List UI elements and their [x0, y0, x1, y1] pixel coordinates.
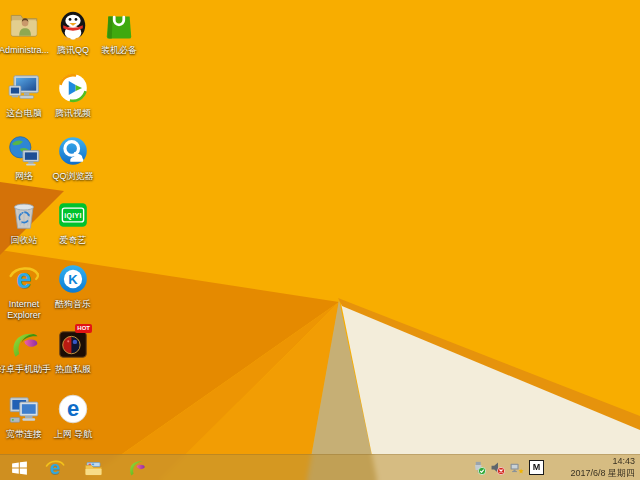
taskbar-clock[interactable]: 14:43 2017/6/8 星期四: [555, 456, 635, 479]
taskbar-file-explorer[interactable]: [80, 456, 106, 480]
desktop[interactable]: Administra... 腾讯QQ 装机必备: [0, 0, 640, 480]
taskbar-internet-explorer[interactable]: e: [42, 456, 68, 480]
folder-icon: [83, 458, 104, 478]
green-swirl-icon: [126, 457, 147, 478]
ie-swoosh-icon: [44, 457, 66, 479]
input-method-indicator[interactable]: M: [529, 460, 544, 475]
icon-label: 腾讯视频: [43, 108, 103, 119]
hot-badge: HOT: [75, 324, 92, 333]
icon-label: 酷狗音乐: [43, 299, 103, 310]
icon-label: 热血私服: [43, 364, 103, 375]
qq-penguin-icon: [56, 8, 90, 42]
desktop-icon-tencent-video[interactable]: 腾讯视频: [43, 71, 103, 119]
broadband-connection-icon: [7, 392, 41, 426]
windows-logo-icon: [10, 459, 29, 477]
green-swirl-icon: [7, 327, 41, 361]
desktop-icon-rexue-sifu[interactable]: HOT 热血私服: [43, 327, 103, 375]
navigation-e-icon: [56, 392, 90, 426]
usb-safely-remove-icon[interactable]: [472, 461, 486, 475]
clock-date: 2017/6/8 星期四: [555, 468, 635, 480]
desktop-icon-iqiyi[interactable]: iQIYI 爱奇艺: [43, 198, 103, 246]
iqiyi-icon: [56, 198, 90, 232]
play-button-icon: [56, 71, 90, 105]
start-button[interactable]: [6, 456, 32, 480]
network-status-icon[interactable]: [510, 461, 524, 475]
ie-swoosh-icon: [7, 262, 41, 296]
desktop-icon-shangwang-daohang[interactable]: e 上网 导航: [43, 392, 103, 440]
icon-label: 装机必备: [89, 45, 149, 56]
desktop-icon-zhuangji-bibei[interactable]: 装机必备: [89, 8, 149, 56]
icon-label: 爱奇艺: [43, 235, 103, 246]
icon-label: QQ浏览器: [43, 171, 103, 182]
taskbar-haozhuo-assistant[interactable]: [123, 456, 149, 480]
system-tray: M 14:43 2017/6/8 星期四: [472, 456, 640, 479]
kugou-icon: [56, 262, 90, 296]
desktop-icon-qq-browser[interactable]: QQ浏览器: [43, 134, 103, 182]
taskbar: e: [0, 454, 640, 480]
user-folder-icon: [7, 8, 41, 42]
volume-muted-icon[interactable]: [491, 461, 505, 475]
qq-browser-icon: [56, 134, 90, 168]
computer-icon: [7, 71, 41, 105]
clock-time: 14:43: [555, 456, 635, 468]
globe-monitor-icon: [7, 134, 41, 168]
desktop-icon-kugou-music[interactable]: K 酷狗音乐: [43, 262, 103, 310]
recycle-bin-icon: [7, 198, 41, 232]
shopping-bag-icon: [102, 8, 136, 42]
icon-label: 上网 导航: [43, 429, 103, 440]
